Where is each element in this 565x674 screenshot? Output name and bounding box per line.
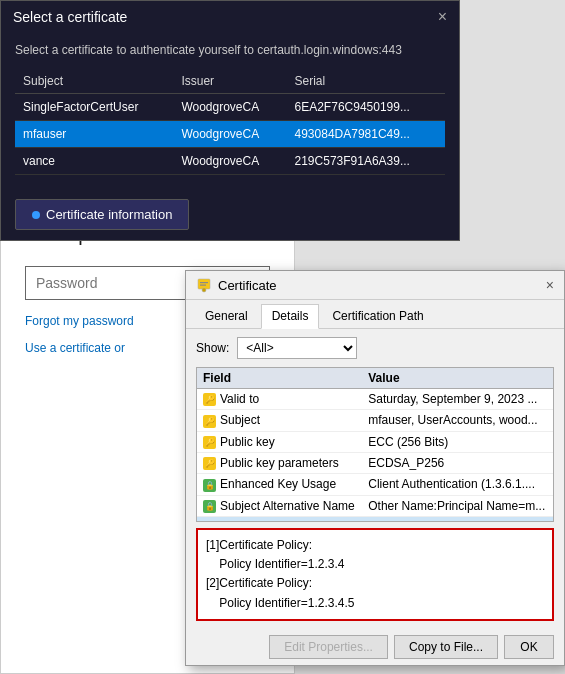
col-header-issuer: Issuer [173, 69, 286, 94]
cert-row-0[interactable]: SingleFactorCertUser WoodgroveCA 6EA2F76… [15, 94, 445, 121]
detail-col-value: Value [362, 368, 553, 389]
cert-row-1[interactable]: mfauser WoodgroveCA 493084DA7981C49... [15, 121, 445, 148]
select-cert-titlebar: Select a certificate × [1, 1, 459, 33]
cert-detail-field-1: 🔑Subject [197, 410, 362, 431]
detail-col-field: Field [197, 368, 362, 389]
cert-table: Subject Issuer Serial SingleFactorCertUs… [15, 69, 445, 175]
tab-certification-path[interactable]: Certification Path [321, 304, 434, 328]
cert-detail-titlebar: Certificate × [186, 271, 564, 300]
cert-row-2[interactable]: vance WoodgroveCA 219C573F91A6A39... [15, 148, 445, 175]
select-cert-subtitle: Select a certificate to authenticate you… [15, 43, 445, 57]
cert-serial-2: 219C573F91A6A39... [287, 148, 445, 175]
cert-detail-close-button[interactable]: × [546, 278, 554, 292]
cert-details-table-wrap[interactable]: Field Value 🔑Valid toSaturday, September… [196, 367, 554, 522]
col-header-serial: Serial [287, 69, 445, 94]
cert-detail-row-6[interactable]: 🔒Certificate Policies[1]Certificate Poli… [197, 516, 553, 522]
cert-detail-row-0[interactable]: 🔑Valid toSaturday, September 9, 2023 ... [197, 389, 553, 410]
cert-issuer-2: WoodgroveCA [173, 148, 286, 175]
tab-details[interactable]: Details [261, 304, 320, 329]
cert-detail-field-2: 🔑Public key [197, 431, 362, 452]
cert-detail-title-left: Certificate [196, 277, 277, 293]
cert-detail-field-4: 🔒Enhanced Key Usage [197, 474, 362, 495]
cert-value-box: [1]Certificate Policy: Policy Identifier… [196, 528, 554, 621]
select-cert-dialog: Select a certificate × Select a certific… [0, 0, 460, 241]
show-select[interactable]: <All> [237, 337, 357, 359]
cert-detail-title-text: Certificate [218, 278, 277, 293]
select-cert-body: Select a certificate to authenticate you… [1, 33, 459, 189]
tab-general[interactable]: General [194, 304, 259, 328]
certificate-information-button[interactable]: Certificate information [15, 199, 189, 230]
cert-detail-row-1[interactable]: 🔑Subjectmfauser, UserAccounts, wood... [197, 410, 553, 431]
cert-detail-value-2: ECC (256 Bits) [362, 431, 553, 452]
blue-dot-icon [32, 211, 40, 219]
cert-detail-row-5[interactable]: 🔒Subject Alternative NameOther Name:Prin… [197, 495, 553, 516]
cert-detail-field-6: 🔒Certificate Policies [197, 516, 362, 522]
cert-detail-field-0: 🔑Valid to [197, 389, 362, 410]
svg-rect-6 [200, 285, 206, 286]
cert-detail-value-4: Client Authentication (1.3.6.1.... [362, 474, 553, 495]
cert-detail-row-2[interactable]: 🔑Public keyECC (256 Bits) [197, 431, 553, 452]
cert-issuer-0: WoodgroveCA [173, 94, 286, 121]
cert-detail-value-5: Other Name:Principal Name=m... [362, 495, 553, 516]
cert-detail-value-0: Saturday, September 9, 2023 ... [362, 389, 553, 410]
cert-subject-1: mfauser [15, 121, 173, 148]
cert-detail-field-5: 🔒Subject Alternative Name [197, 495, 362, 516]
copy-to-file-button[interactable]: Copy to File... [394, 635, 498, 659]
cert-serial-0: 6EA2F76C9450199... [287, 94, 445, 121]
cert-issuer-1: WoodgroveCA [173, 121, 286, 148]
cert-info-label: Certificate information [46, 207, 172, 222]
cert-details-table: Field Value 🔑Valid toSaturday, September… [197, 368, 553, 522]
select-cert-close-button[interactable]: × [438, 9, 447, 25]
cert-subject-0: SingleFactorCertUser [15, 94, 173, 121]
cert-show-row: Show: <All> [186, 329, 564, 367]
cert-tabs: General Details Certification Path [186, 300, 564, 329]
select-cert-footer: Certificate information [1, 189, 459, 240]
cert-detail-footer: Edit Properties... Copy to File... OK [186, 627, 564, 665]
cert-detail-value-3: ECDSA_P256 [362, 452, 553, 473]
cert-detail-dialog: Certificate × General Details Certificat… [185, 270, 565, 666]
ok-button[interactable]: OK [504, 635, 554, 659]
cert-detail-row-3[interactable]: 🔑Public key parametersECDSA_P256 [197, 452, 553, 473]
svg-rect-4 [198, 279, 210, 289]
col-header-subject: Subject [15, 69, 173, 94]
cert-detail-icon [196, 277, 212, 293]
svg-rect-5 [200, 282, 208, 283]
show-label: Show: [196, 341, 229, 355]
cert-detail-row-4[interactable]: 🔒Enhanced Key UsageClient Authentication… [197, 474, 553, 495]
cert-detail-field-3: 🔑Public key parameters [197, 452, 362, 473]
select-cert-title: Select a certificate [13, 9, 127, 25]
cert-serial-1: 493084DA7981C49... [287, 121, 445, 148]
edit-properties-button[interactable]: Edit Properties... [269, 635, 388, 659]
cert-detail-value-1: mfauser, UserAccounts, wood... [362, 410, 553, 431]
use-cert-link[interactable]: Use a certificate or [25, 341, 125, 355]
svg-point-7 [202, 288, 206, 292]
cert-detail-value-6: [1]Certificate Policy:Policy Ide... [362, 516, 553, 522]
cert-subject-2: vance [15, 148, 173, 175]
